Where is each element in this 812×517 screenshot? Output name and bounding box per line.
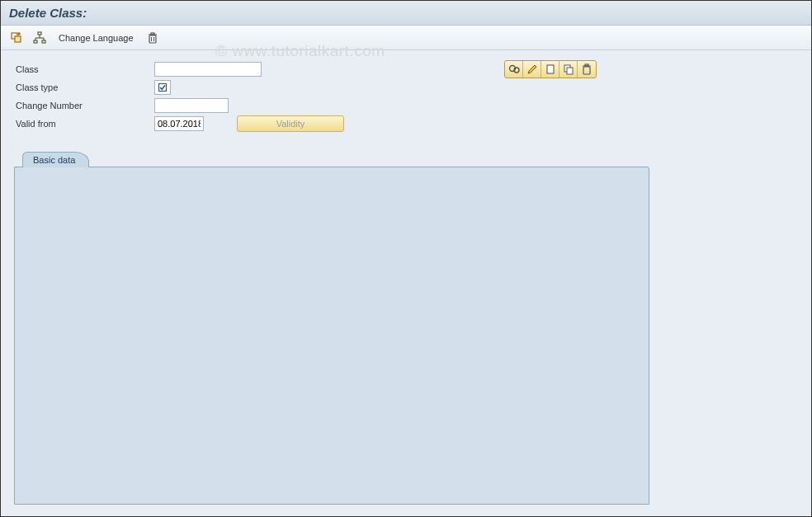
class-type-label: Class type xyxy=(14,82,154,92)
svg-rect-13 xyxy=(151,33,154,35)
change-language-button[interactable]: Change Language xyxy=(54,29,139,47)
title-bar: Delete Class: xyxy=(1,1,811,26)
change-language-label: Change Language xyxy=(59,33,134,43)
trash-icon[interactable] xyxy=(578,61,596,78)
change-number-input[interactable] xyxy=(154,98,229,113)
create-icon[interactable] xyxy=(541,61,559,78)
tab-container: Basic data xyxy=(14,152,798,505)
page-title: Delete Class: xyxy=(9,6,87,20)
svg-rect-1 xyxy=(15,36,21,42)
class-type-picker[interactable] xyxy=(154,80,171,95)
tab-basic-data[interactable]: Basic data xyxy=(22,152,89,167)
class-input[interactable] xyxy=(154,62,262,77)
class-label: Class xyxy=(14,64,154,74)
svg-rect-20 xyxy=(567,68,573,74)
svg-rect-11 xyxy=(149,35,156,43)
change-number-label: Change Number xyxy=(14,101,154,110)
tab-body xyxy=(14,167,649,505)
svg-rect-21 xyxy=(583,67,590,74)
svg-rect-9 xyxy=(34,40,37,43)
delete-icon[interactable] xyxy=(144,29,162,47)
create-superior-icon[interactable] xyxy=(7,29,26,47)
change-icon[interactable] xyxy=(523,61,541,78)
validity-button[interactable]: Validity xyxy=(237,115,344,132)
object-action-strip xyxy=(504,60,597,78)
valid-from-input[interactable] xyxy=(154,116,204,131)
valid-from-label: Valid from xyxy=(14,119,154,129)
hierarchy-icon[interactable] xyxy=(31,29,49,47)
svg-rect-18 xyxy=(547,65,554,73)
display-icon[interactable] xyxy=(505,61,523,78)
tab-basic-data-label: Basic data xyxy=(33,155,75,165)
app-toolbar: Change Language xyxy=(1,26,811,50)
svg-rect-4 xyxy=(38,32,41,35)
svg-rect-10 xyxy=(42,40,45,43)
form-area: Class Class type Change Number Valid fro… xyxy=(1,50,811,515)
svg-rect-23 xyxy=(585,64,588,66)
copy-icon[interactable] xyxy=(559,61,578,78)
